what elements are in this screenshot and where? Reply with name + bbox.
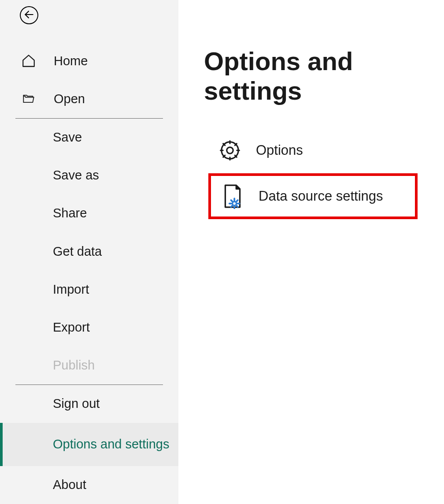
svg-point-1 [227,147,233,153]
sidebar-item-options-settings[interactable]: Options and settings [0,423,178,466]
option-data-source-settings[interactable]: Data source settings [208,173,418,219]
page-title: Options and settings [204,46,444,105]
sidebar-item-label: About [53,478,86,492]
folder-icon [21,91,36,106]
svg-point-2 [222,142,238,159]
sidebar-item-label: Save [53,130,82,145]
sidebar-item-export[interactable]: Export [0,308,178,346]
option-label: Data source settings [259,188,383,204]
sidebar-item-about[interactable]: About [0,466,178,504]
sidebar-item-label: Options and settings [53,436,169,453]
option-options[interactable]: Options [208,127,418,173]
main-content: Options and settings Options [178,0,444,504]
sidebar-item-save[interactable]: Save [0,119,178,157]
sidebar-item-import[interactable]: Import [0,270,178,308]
svg-line-10 [231,206,232,207]
sidebar-item-label: Sign out [53,396,100,411]
svg-line-9 [237,206,238,207]
sidebar-item-label: Export [53,320,90,335]
sidebar-item-share[interactable]: Share [0,194,178,232]
sidebar-item-label: Import [53,282,89,297]
svg-line-11 [237,200,238,202]
sidebar: Home Open Save Save as Share Get data Im… [0,0,178,504]
sidebar-item-get-data[interactable]: Get data [0,232,178,270]
home-icon [21,53,36,68]
sidebar-item-open[interactable]: Open [0,80,178,118]
option-label: Options [256,142,303,158]
sidebar-item-label: Home [54,54,88,68]
sidebar-item-label: Save as [53,168,99,183]
document-gear-icon [221,183,244,209]
sidebar-item-home[interactable]: Home [0,42,178,80]
arrow-left-icon [23,9,35,22]
sidebar-item-publish: Publish [0,347,178,385]
svg-line-8 [231,200,232,202]
gear-icon [218,138,242,163]
sidebar-item-label: Publish [53,358,95,373]
sidebar-item-label: Get data [53,244,102,259]
back-button[interactable] [20,6,38,24]
svg-point-3 [233,202,237,205]
sidebar-item-save-as[interactable]: Save as [0,157,178,194]
sidebar-item-label: Open [54,92,85,106]
sidebar-item-label: Share [53,206,87,220]
sidebar-item-sign-out[interactable]: Sign out [0,385,178,423]
